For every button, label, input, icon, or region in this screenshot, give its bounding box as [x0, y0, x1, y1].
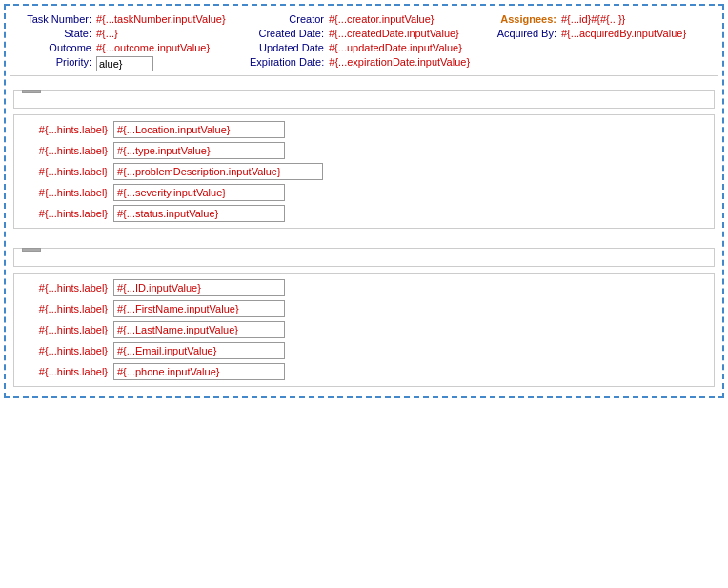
- header-section: Task Number: #{...taskNumber.inputValue}…: [10, 10, 718, 76]
- panel1-row-0: #{...hints.label}: [22, 121, 706, 138]
- panel2-row-0: #{...hints.label}: [22, 279, 706, 296]
- state-value: #{...}: [96, 28, 118, 39]
- header-col-2: Creator #{...creator.inputValue} Created…: [250, 13, 478, 71]
- panel1-label-2: #{...hints.label}: [22, 166, 108, 177]
- main-container: Task Number: #{...taskNumber.inputValue}…: [4, 4, 724, 398]
- panel1-label-3: #{...hints.label}: [22, 187, 108, 198]
- expiration-date-label: Expiration Date:: [250, 56, 326, 68]
- outcome-label: Outcome: [17, 42, 93, 53]
- panel2-input-email[interactable]: [113, 342, 285, 359]
- outcome-value: #{...outcome.inputValue}: [96, 42, 210, 53]
- panel1-row-1: #{...hints.label}: [22, 142, 706, 159]
- panel2-input-firstname[interactable]: [113, 300, 285, 317]
- priority-row: Priority:: [17, 56, 246, 71]
- panel-2-handle[interactable]: [22, 248, 41, 252]
- assignees-value: #{...id}#{#{...}}: [561, 13, 625, 25]
- panel2-input-id[interactable]: [113, 279, 285, 296]
- panel1-row-2: #{...hints.label}: [22, 163, 706, 180]
- panel1-input-status[interactable]: [113, 205, 285, 222]
- updated-date-label: Updated Date: [250, 42, 326, 53]
- panel1-input-problem[interactable]: [113, 163, 323, 180]
- panel2-label-0: #{...hints.label}: [22, 282, 108, 294]
- panel2-label-1: #{...hints.label}: [22, 303, 108, 314]
- panel-2: [13, 248, 715, 267]
- acquired-by-row: Acquired By: #{...acquiredBy.inputValue}: [482, 28, 711, 39]
- panel2-label-3: #{...hints.label}: [22, 345, 108, 356]
- expiration-date-row: Expiration Date: #{...expirationDate.inp…: [250, 56, 478, 68]
- created-date-label: Created Date:: [250, 28, 326, 39]
- panel-1: [13, 90, 715, 109]
- panel1-input-location[interactable]: [113, 121, 285, 138]
- panel1-row-4: #{...hints.label}: [22, 205, 706, 222]
- assignees-row: Assignees: #{...id}#{#{...}}: [482, 13, 711, 25]
- header-col-1: Task Number: #{...taskNumber.inputValue}…: [17, 13, 246, 71]
- panel2-row-2: #{...hints.label}: [22, 321, 706, 338]
- priority-label: Priority:: [17, 56, 93, 68]
- header-col-3: Assignees: #{...id}#{#{...}} Acquired By…: [482, 13, 711, 71]
- assignees-label: Assignees:: [482, 13, 558, 25]
- panel2-input-lastname[interactable]: [113, 321, 285, 338]
- panel2-input-phone[interactable]: [113, 363, 285, 380]
- panel1-label-4: #{...hints.label}: [22, 208, 108, 219]
- panel-1-handle[interactable]: [22, 90, 41, 93]
- panel1-label-1: #{...hints.label}: [22, 145, 108, 156]
- creator-label: Creator: [250, 13, 326, 25]
- panel2-row-1: #{...hints.label}: [22, 300, 706, 317]
- panel1-input-severity[interactable]: [113, 184, 285, 201]
- panel2-row-4: #{...hints.label}: [22, 363, 706, 380]
- separator-1: [10, 76, 718, 84]
- creator-value: #{...creator.inputValue}: [329, 13, 435, 25]
- state-row: State: #{...}: [17, 28, 246, 39]
- created-date-row: Created Date: #{...createdDate.inputValu…: [250, 28, 478, 39]
- updated-date-value: #{...updatedDate.inputValue}: [329, 42, 462, 53]
- separator-2: [10, 234, 718, 242]
- task-number-row: Task Number: #{...taskNumber.inputValue}: [17, 13, 246, 25]
- panel-1-content: #{...hints.label} #{...hints.label} #{..…: [13, 114, 715, 229]
- creator-row: Creator #{...creator.inputValue}: [250, 13, 478, 25]
- expiration-date-value: #{...expirationDate.inputValue}: [329, 56, 470, 68]
- panel1-label-0: #{...hints.label}: [22, 124, 108, 135]
- task-number-label: Task Number:: [17, 13, 93, 25]
- state-label: State:: [17, 28, 93, 39]
- panel2-label-4: #{...hints.label}: [22, 366, 108, 377]
- outcome-row: Outcome #{...outcome.inputValue}: [17, 42, 246, 53]
- panel1-input-type[interactable]: [113, 142, 285, 159]
- task-number-value: #{...taskNumber.inputValue}: [96, 13, 226, 25]
- panel2-label-2: #{...hints.label}: [22, 324, 108, 335]
- panel-2-content: #{...hints.label} #{...hints.label} #{..…: [13, 273, 715, 387]
- panel2-row-3: #{...hints.label}: [22, 342, 706, 359]
- priority-input[interactable]: [96, 56, 153, 71]
- panel1-row-3: #{...hints.label}: [22, 184, 706, 201]
- updated-date-row: Updated Date #{...updatedDate.inputValue…: [250, 42, 478, 53]
- created-date-value: #{...createdDate.inputValue}: [329, 28, 459, 39]
- acquired-by-value: #{...acquiredBy.inputValue}: [561, 28, 686, 39]
- acquired-by-label: Acquired By:: [482, 28, 558, 39]
